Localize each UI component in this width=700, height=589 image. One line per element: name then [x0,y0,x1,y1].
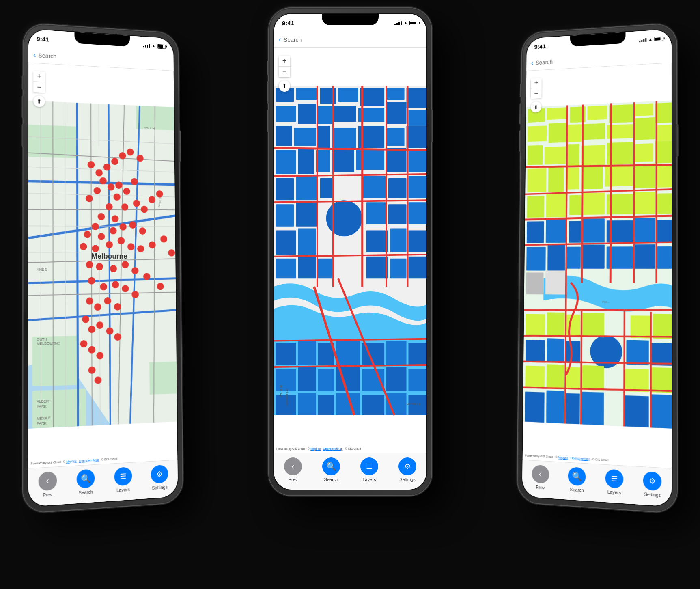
search-bar-center[interactable]: ‹ Search [274,32,426,48]
prev-icon-center[interactable]: ‹ [284,457,302,475]
svg-rect-123 [386,128,405,146]
tab-settings-right[interactable]: ⚙ Settings [633,470,672,498]
phone-center: 9:41 ▲ ‹ Search [269,8,431,495]
svg-rect-108 [360,88,384,106]
settings-icon-left[interactable]: ⚙ [151,465,168,484]
svg-rect-136 [320,178,332,198]
zoom-controls-left[interactable]: + − [33,71,45,93]
svg-text:MELBOURNE: MELBOURNE [37,341,60,346]
map-svg-left: Melbourne ANDS OUTH MELBOURNE ALBERT PAR… [28,63,178,468]
mapbox-link-left[interactable]: Mapbox [66,460,76,463]
back-arrow-center[interactable]: ‹ [279,35,281,44]
compass-center[interactable]: ⬆ [279,80,290,92]
search-icon-center[interactable]: 🔍 [322,457,340,475]
power-button-left[interactable] [179,130,181,162]
svg-rect-120 [318,126,330,148]
tab-prev-right[interactable]: ‹ Prev [522,464,559,491]
back-arrow-left[interactable]: ‹ [33,51,36,59]
search-label-left: Search [79,489,93,495]
layers-icon-center[interactable]: ☰ [360,457,378,475]
svg-text:Market St: Market St [406,402,420,406]
silent-button-right[interactable] [520,84,522,97]
svg-rect-209 [528,145,543,165]
svg-rect-133 [408,150,426,172]
zoom-controls-center[interactable]: + − [279,56,290,77]
vol-up-button-right[interactable] [519,103,521,125]
back-arrow-right[interactable]: ‹ [531,59,534,67]
vol-down-button-center[interactable] [267,110,269,132]
osm-link-right[interactable]: OpenstreetMap [571,456,590,460]
svg-point-68 [80,243,87,250]
vol-down-button-left[interactable] [22,124,24,147]
mapbox-link-center[interactable]: Mapbox [310,447,321,450]
tab-search-right[interactable]: 🔍 Search [558,466,595,494]
svg-rect-145 [276,231,295,255]
vol-up-button-center[interactable] [267,81,269,104]
tab-prev-center[interactable]: ‹ Prev [274,457,312,482]
zoom-controls-right[interactable]: + − [531,78,542,99]
prev-label-left: Prev [43,492,53,498]
bar2c [396,23,398,25]
settings-icon-center[interactable]: ⚙ [398,457,416,475]
tab-layers-left[interactable]: ☰ Layers [104,466,141,494]
compass-left[interactable]: ⬆ [33,95,45,107]
power-button-center[interactable] [431,110,433,142]
svg-rect-205 [584,123,605,140]
zoom-out-left[interactable]: − [33,82,45,93]
zoom-in-right[interactable]: + [531,78,542,88]
power-button-right[interactable] [676,124,678,157]
vol-down-button-right[interactable] [519,130,521,152]
map-area-right[interactable]: Fre... + − ⬆ [523,63,672,468]
zoom-out-center[interactable]: − [279,67,290,77]
svg-rect-127 [276,150,295,174]
svg-text:COLLIN: COLLIN [144,126,155,130]
tab-search-left[interactable]: 🔍 Search [67,468,105,496]
osm-link-left[interactable]: OpenstreetMap [79,458,99,462]
svg-rect-116 [386,102,406,124]
search-icon-left[interactable]: 🔍 [77,469,95,488]
svg-rect-118 [276,126,292,146]
layers-label-center: Layers [362,477,376,482]
svg-rect-150 [276,259,295,278]
search-icon-right[interactable]: 🔍 [568,467,586,486]
bar1r [639,41,640,42]
tab-bar-center: ‹ Prev 🔍 Search ☰ Layers [274,453,426,490]
svg-rect-153 [366,257,388,278]
tab-layers-right[interactable]: ☰ Layers [595,468,633,496]
screen-center: 9:41 ▲ ‹ Search [274,14,426,490]
svg-rect-243 [657,246,672,269]
svg-rect-251 [526,340,545,362]
svg-rect-168 [386,367,406,391]
svg-point-77 [86,261,93,268]
svg-rect-249 [631,315,651,338]
tab-search-center[interactable]: 🔍 Search [312,457,350,482]
prev-icon-left[interactable]: ‹ [38,471,57,491]
zoom-in-center[interactable]: + [279,56,290,67]
tab-settings-left[interactable]: ⚙ Settings [141,464,178,491]
svg-rect-114 [334,106,356,122]
svg-rect-211 [568,144,579,166]
tab-settings-center[interactable]: ⚙ Settings [388,457,426,482]
svg-rect-172 [318,395,334,415]
layers-icon-right[interactable]: ☰ [605,469,623,488]
svg-rect-159 [336,341,360,365]
prev-label-center: Prev [288,477,297,482]
svg-rect-250 [653,314,672,339]
map-area-center[interactable]: White St Governor Rd Market St + − ⬆ [274,48,426,453]
mapbox-link-right[interactable]: Mapbox [558,456,568,460]
osm-link-center[interactable]: OpenstreetMap [323,447,342,450]
vol-up-button-left[interactable] [22,96,24,118]
zoom-in-left[interactable]: + [33,71,45,82]
settings-icon-right[interactable]: ⚙ [643,471,662,491]
map-area-left[interactable]: Melbourne ANDS OUTH MELBOURNE ALBERT PAR… [28,63,178,468]
zoom-out-right[interactable]: − [531,88,542,99]
svg-point-78 [96,263,103,270]
silent-button-center[interactable] [267,61,269,75]
silent-button-left[interactable] [22,76,24,90]
wifi-center: ▲ [403,20,408,25]
tab-prev-left[interactable]: ‹ Prev [28,470,67,498]
layers-icon-left[interactable]: ☰ [114,467,132,486]
prev-icon-right[interactable]: ‹ [532,465,549,484]
svg-rect-161 [386,341,406,365]
tab-layers-center[interactable]: ☰ Layers [350,457,388,482]
